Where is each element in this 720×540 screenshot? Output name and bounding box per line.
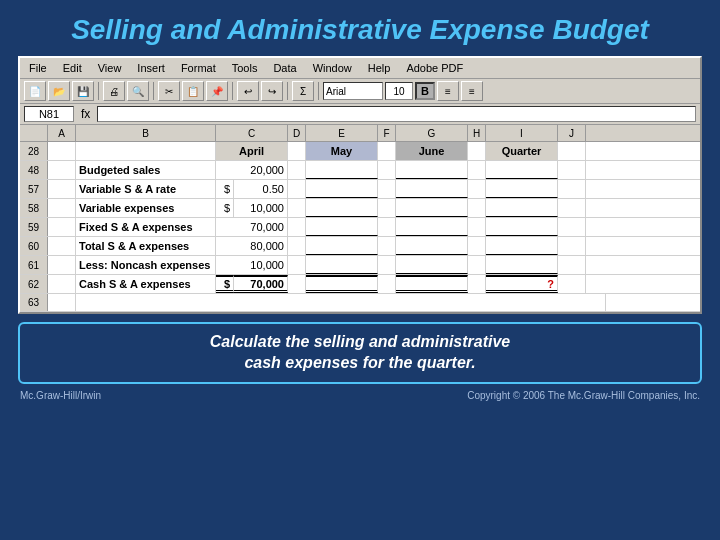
- cell-reference[interactable]: [24, 106, 74, 122]
- cell-a60[interactable]: [48, 237, 76, 255]
- cell-e62[interactable]: [306, 275, 378, 293]
- cell-e48[interactable]: [306, 161, 378, 179]
- cell-h48[interactable]: [468, 161, 486, 179]
- cell-april-header[interactable]: April: [216, 142, 288, 160]
- cell-a61[interactable]: [48, 256, 76, 274]
- font-selector[interactable]: [323, 82, 383, 100]
- menu-adobe[interactable]: Adobe PDF: [401, 60, 468, 76]
- cell-c57[interactable]: 0.50: [234, 180, 288, 198]
- cell-d62[interactable]: [288, 275, 306, 293]
- cell-i60[interactable]: [486, 237, 558, 255]
- align-left-button[interactable]: ≡: [437, 81, 459, 101]
- cell-i62[interactable]: ?: [486, 275, 558, 293]
- cell-e57[interactable]: [306, 180, 378, 198]
- cell-g57[interactable]: [396, 180, 468, 198]
- bold-button[interactable]: B: [415, 82, 435, 100]
- cell-d59[interactable]: [288, 218, 306, 236]
- cell-j57[interactable]: [558, 180, 586, 198]
- cell-j28[interactable]: [558, 142, 586, 160]
- cell-f57[interactable]: [378, 180, 396, 198]
- undo-button[interactable]: ↩: [237, 81, 259, 101]
- cell-h60[interactable]: [468, 237, 486, 255]
- cell-e59[interactable]: [306, 218, 378, 236]
- cell-c62[interactable]: 70,000: [234, 275, 288, 293]
- cell-g48[interactable]: [396, 161, 468, 179]
- cell-c58[interactable]: 10,000: [234, 199, 288, 217]
- cell-g60[interactable]: [396, 237, 468, 255]
- formula-input[interactable]: [97, 106, 696, 122]
- menu-window[interactable]: Window: [308, 60, 357, 76]
- cell-f58[interactable]: [378, 199, 396, 217]
- save-button[interactable]: 💾: [72, 81, 94, 101]
- cell-h57[interactable]: [468, 180, 486, 198]
- cell-may-header[interactable]: May: [306, 142, 378, 160]
- menu-format[interactable]: Format: [176, 60, 221, 76]
- print-button[interactable]: 🖨: [103, 81, 125, 101]
- copy-button[interactable]: 📋: [182, 81, 204, 101]
- cell-d58[interactable]: [288, 199, 306, 217]
- cell-c48[interactable]: 20,000: [216, 161, 288, 179]
- cell-c61[interactable]: 10,000: [216, 256, 288, 274]
- menu-file[interactable]: File: [24, 60, 52, 76]
- menu-tools[interactable]: Tools: [227, 60, 263, 76]
- cell-a48[interactable]: [48, 161, 76, 179]
- cell-c59[interactable]: 70,000: [216, 218, 288, 236]
- cell-i57[interactable]: [486, 180, 558, 198]
- cell-c60[interactable]: 80,000: [216, 237, 288, 255]
- cell-h59[interactable]: [468, 218, 486, 236]
- cell-j61[interactable]: [558, 256, 586, 274]
- cell-g62[interactable]: [396, 275, 468, 293]
- cell-d48[interactable]: [288, 161, 306, 179]
- cell-b58[interactable]: Variable expenses: [76, 199, 216, 217]
- cell-h62[interactable]: [468, 275, 486, 293]
- cell-h58[interactable]: [468, 199, 486, 217]
- preview-button[interactable]: 🔍: [127, 81, 149, 101]
- cut-button[interactable]: ✂: [158, 81, 180, 101]
- cell-b60[interactable]: Total S & A expenses: [76, 237, 216, 255]
- cell-j62[interactable]: [558, 275, 586, 293]
- cell-j58[interactable]: [558, 199, 586, 217]
- open-button[interactable]: 📂: [48, 81, 70, 101]
- cell-a62[interactable]: [48, 275, 76, 293]
- cell-e58[interactable]: [306, 199, 378, 217]
- cell-h61[interactable]: [468, 256, 486, 274]
- cell-f60[interactable]: [378, 237, 396, 255]
- cell-j48[interactable]: [558, 161, 586, 179]
- menu-insert[interactable]: Insert: [132, 60, 170, 76]
- align-center-button[interactable]: ≡: [461, 81, 483, 101]
- cell-d28[interactable]: [288, 142, 306, 160]
- new-button[interactable]: 📄: [24, 81, 46, 101]
- cell-b28[interactable]: [76, 142, 216, 160]
- cell-b61[interactable]: Less: Noncash expenses: [76, 256, 216, 274]
- cell-f28[interactable]: [378, 142, 396, 160]
- cell-a57[interactable]: [48, 180, 76, 198]
- cell-b63[interactable]: [76, 294, 606, 312]
- cell-b62[interactable]: Cash S & A expenses: [76, 275, 216, 293]
- cell-g59[interactable]: [396, 218, 468, 236]
- menu-view[interactable]: View: [93, 60, 127, 76]
- cell-a58[interactable]: [48, 199, 76, 217]
- cell-j59[interactable]: [558, 218, 586, 236]
- cell-a59[interactable]: [48, 218, 76, 236]
- cell-a28[interactable]: [48, 142, 76, 160]
- paste-button[interactable]: 📌: [206, 81, 228, 101]
- cell-f62[interactable]: [378, 275, 396, 293]
- cell-d57[interactable]: [288, 180, 306, 198]
- cell-i59[interactable]: [486, 218, 558, 236]
- cell-j60[interactable]: [558, 237, 586, 255]
- cell-a63[interactable]: [48, 294, 76, 312]
- menu-help[interactable]: Help: [363, 60, 396, 76]
- sum-button[interactable]: Σ: [292, 81, 314, 101]
- font-size[interactable]: [385, 82, 413, 100]
- cell-e60[interactable]: [306, 237, 378, 255]
- cell-b57[interactable]: Variable S & A rate: [76, 180, 216, 198]
- cell-i58[interactable]: [486, 199, 558, 217]
- cell-f59[interactable]: [378, 218, 396, 236]
- cell-f61[interactable]: [378, 256, 396, 274]
- cell-i48[interactable]: [486, 161, 558, 179]
- cell-quarter-header[interactable]: Quarter: [486, 142, 558, 160]
- cell-e61[interactable]: [306, 256, 378, 274]
- cell-h28[interactable]: [468, 142, 486, 160]
- cell-d60[interactable]: [288, 237, 306, 255]
- menu-edit[interactable]: Edit: [58, 60, 87, 76]
